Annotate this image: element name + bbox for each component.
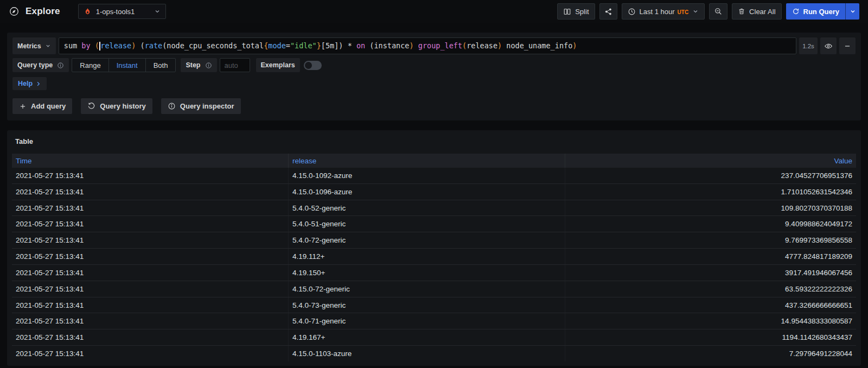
history-icon bbox=[87, 102, 95, 110]
query-editor-panel: Metrics sum by (release) (rate(node_cpu_… bbox=[7, 33, 861, 120]
add-query-label: Add query bbox=[31, 102, 66, 110]
column-header-release[interactable]: release bbox=[289, 154, 565, 168]
top-toolbar: Explore 1-ops-tools1 Split bbox=[0, 0, 868, 23]
query-inspector-button[interactable]: Query inspector bbox=[161, 98, 241, 114]
table-row: 2021-05-27 15:13:415.4.0-72-generic9.769… bbox=[12, 232, 856, 249]
table-row: 2021-05-27 15:13:415.4.0-51-generic9.409… bbox=[12, 216, 856, 232]
run-query-group: Run Query bbox=[786, 3, 859, 20]
chevron-down-icon bbox=[850, 8, 856, 15]
metrics-label: Metrics bbox=[17, 42, 41, 50]
table-cell-value: 14.954438333080587 bbox=[565, 313, 856, 329]
table-cell-value: 1194.1142680343437 bbox=[565, 329, 856, 345]
query-type-label-box: Query type bbox=[12, 58, 69, 72]
query-history-label: Query history bbox=[100, 102, 146, 110]
table-cell-time: 2021-05-27 15:13:41 bbox=[12, 168, 289, 183]
toggle-query-visibility-button[interactable] bbox=[820, 37, 837, 54]
table-cell-value: 237.04527706951376 bbox=[565, 168, 856, 183]
datasource-name: 1-ops-tools1 bbox=[96, 8, 150, 16]
split-button[interactable]: Split bbox=[557, 3, 595, 20]
table-cell-release: 5.4.0-72-generic bbox=[289, 232, 565, 248]
column-header-value[interactable]: Value bbox=[565, 154, 856, 168]
query-type-option-both[interactable]: Both bbox=[146, 59, 176, 72]
table-cell-time: 2021-05-27 15:13:41 bbox=[12, 184, 289, 200]
chevron-down-icon bbox=[692, 8, 699, 15]
trash-icon bbox=[738, 8, 745, 15]
chevron-down-icon bbox=[45, 43, 51, 49]
toggle-knob bbox=[305, 62, 312, 69]
share-button[interactable] bbox=[599, 3, 617, 20]
query-input[interactable]: sum by (release) (rate(node_cpu_seconds_… bbox=[59, 37, 796, 54]
table-cell-value: 1.7101052631542346 bbox=[565, 184, 856, 200]
table-cell-time: 2021-05-27 15:13:41 bbox=[12, 313, 289, 329]
table-row: 2021-05-27 15:13:414.19.167+1194.1142680… bbox=[12, 329, 856, 346]
info-circle-icon[interactable] bbox=[57, 62, 64, 69]
help-label: Help bbox=[18, 80, 33, 87]
remove-query-button[interactable] bbox=[839, 37, 856, 54]
page-title: Explore bbox=[25, 6, 60, 17]
minus-icon bbox=[844, 42, 851, 50]
table-row: 2021-05-27 15:13:415.4.0-52-generic109.8… bbox=[12, 200, 856, 217]
table-cell-value: 9.769973369856558 bbox=[565, 232, 856, 248]
query-expression: sum by (release) (rate(node_cpu_seconds_… bbox=[64, 41, 577, 50]
table-cell-value: 9.409988624049172 bbox=[565, 216, 856, 232]
table-cell-value: 7.29796491228044 bbox=[565, 346, 856, 361]
split-label: Split bbox=[575, 8, 589, 16]
table-row: 2021-05-27 15:13:414.15.0-1103-azure7.29… bbox=[12, 346, 856, 361]
table-cell-value: 109.80270370370188 bbox=[565, 200, 856, 216]
timezone-label: UTC bbox=[678, 9, 689, 15]
zoom-out-icon bbox=[714, 7, 723, 16]
table-cell-value: 3917.491946067456 bbox=[565, 265, 856, 281]
table-cell-value: 63.59322222222326 bbox=[565, 281, 856, 297]
table-cell-value: 437.3266666666651 bbox=[565, 297, 856, 313]
panel-header[interactable]: Table bbox=[12, 130, 856, 152]
add-query-button[interactable]: Add query bbox=[12, 98, 72, 114]
query-type-radio-group: RangeInstantBoth bbox=[72, 58, 176, 72]
table-cell-release: 4.19.112+ bbox=[289, 249, 565, 264]
clear-all-label: Clear All bbox=[749, 8, 775, 16]
table-cell-time: 2021-05-27 15:13:41 bbox=[12, 200, 289, 216]
sync-icon bbox=[792, 8, 800, 15]
table-cell-release: 4.15.0-72-generic bbox=[289, 281, 565, 297]
split-icon bbox=[563, 8, 571, 16]
zoom-out-button[interactable] bbox=[709, 3, 727, 20]
datasource-picker[interactable]: 1-ops-tools1 bbox=[78, 4, 166, 19]
table-cell-value: 4777.824817189209 bbox=[565, 249, 856, 264]
info-circle-icon[interactable] bbox=[205, 62, 212, 69]
table-cell-time: 2021-05-27 15:13:41 bbox=[12, 265, 289, 281]
query-duration-badge: 1.2s bbox=[799, 37, 818, 54]
query-type-label: Query type bbox=[17, 61, 53, 69]
panel-title: Table bbox=[15, 137, 33, 145]
table-cell-release: 4.15.0-1096-azure bbox=[289, 184, 565, 200]
table-cell-time: 2021-05-27 15:13:41 bbox=[12, 232, 289, 248]
table-row: 2021-05-27 15:13:415.4.0-71-generic14.95… bbox=[12, 313, 856, 329]
query-type-option-range[interactable]: Range bbox=[72, 59, 108, 72]
share-icon bbox=[604, 8, 612, 16]
table-header-row: Time release Value bbox=[12, 154, 856, 168]
table-cell-release: 5.4.0-51-generic bbox=[289, 216, 565, 232]
plus-icon bbox=[19, 103, 27, 110]
table-cell-time: 2021-05-27 15:13:41 bbox=[12, 346, 289, 361]
metrics-dropdown[interactable]: Metrics bbox=[12, 37, 56, 54]
info-circle-icon bbox=[168, 102, 176, 110]
clock-icon bbox=[628, 8, 636, 16]
table-cell-release: 5.4.0-52-generic bbox=[289, 200, 565, 216]
time-range-picker[interactable]: Last 1 hour UTC bbox=[622, 3, 705, 20]
step-label: Step bbox=[186, 61, 200, 69]
table-row: 2021-05-27 15:13:414.19.150+3917.4919460… bbox=[12, 265, 856, 281]
prometheus-icon bbox=[84, 8, 92, 16]
run-query-button[interactable]: Run Query bbox=[786, 3, 845, 20]
query-history-button[interactable]: Query history bbox=[81, 98, 152, 114]
table-cell-time: 2021-05-27 15:13:41 bbox=[12, 216, 289, 232]
column-header-time[interactable]: Time bbox=[12, 154, 289, 168]
query-inspector-label: Query inspector bbox=[180, 102, 234, 110]
table-row: 2021-05-27 15:13:414.15.0-1096-azure1.71… bbox=[12, 184, 856, 200]
table-row: 2021-05-27 15:13:414.15.0-1092-azure237.… bbox=[12, 168, 856, 184]
query-type-option-instant[interactable]: Instant bbox=[109, 59, 146, 72]
exemplars-toggle[interactable] bbox=[304, 61, 322, 70]
table-cell-release: 4.19.167+ bbox=[289, 329, 565, 345]
help-link[interactable]: Help bbox=[12, 77, 47, 90]
step-input[interactable] bbox=[220, 58, 250, 72]
time-range-label: Last 1 hour bbox=[640, 8, 675, 16]
clear-all-button[interactable]: Clear All bbox=[732, 3, 781, 20]
run-query-dropdown-button[interactable] bbox=[845, 3, 859, 20]
